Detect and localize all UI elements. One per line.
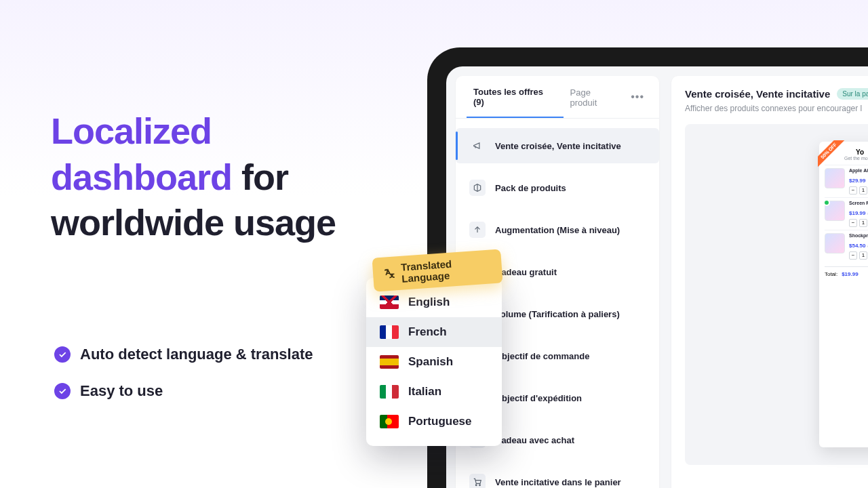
quantity-stepper[interactable]: −1+ xyxy=(849,186,868,195)
detail-panel: Vente croisée, Vente incitative Sur la p… xyxy=(671,76,868,488)
hero-title: Localized dashboard for worldwide usage xyxy=(51,108,349,246)
lang-option-french[interactable]: French xyxy=(366,317,502,347)
product-thumb xyxy=(825,168,845,188)
tab-all-offers[interactable]: Toutes les offres (9) xyxy=(467,76,564,118)
offer-item-cart-upsell[interactable]: Vente incitative dans le panier xyxy=(456,464,659,488)
product-name: Apple Ai xyxy=(849,168,868,173)
offer-item-bundle[interactable]: Pack de produits xyxy=(456,170,659,205)
bullet-text: Easy to use xyxy=(80,382,163,400)
flag-uk-icon xyxy=(380,296,399,309)
flag-es-icon xyxy=(380,355,399,369)
product-price: $54.50 xyxy=(849,243,865,249)
lang-option-italian[interactable]: Italian xyxy=(366,377,502,407)
quantity-stepper[interactable]: −1+ xyxy=(849,219,868,227)
offer-label: Vente incitative dans le panier xyxy=(495,477,621,487)
quantity-stepper[interactable]: −1+ xyxy=(849,251,868,260)
hero-copy: Localized dashboard for worldwide usage xyxy=(51,108,349,246)
offers-tabs: Toutes les offres (9) Page produit ••• xyxy=(456,76,659,119)
product-name: Shockpro xyxy=(849,233,868,238)
lang-option-spanish[interactable]: Spanish xyxy=(366,347,502,377)
selected-dot-icon xyxy=(823,199,830,206)
lang-option-english[interactable]: English xyxy=(366,287,502,317)
detail-subtitle: Afficher des produits connexes pour enco… xyxy=(685,104,868,113)
cart-icon xyxy=(469,474,486,488)
flag-fr-icon xyxy=(380,325,399,339)
bullet-row: Auto detect language & translate xyxy=(54,346,313,363)
detail-title: Vente croisée, Vente incitative xyxy=(685,88,830,100)
hero-title-accent: Localized dashboard xyxy=(51,110,232,197)
lang-label: French xyxy=(408,325,447,339)
check-icon xyxy=(54,383,71,399)
lang-option-portuguese[interactable]: Portuguese xyxy=(366,407,502,436)
lang-label: Portuguese xyxy=(408,415,472,428)
offer-label: Vente croisée, Vente incitative xyxy=(495,141,621,151)
flag-pt-icon xyxy=(380,415,399,428)
lang-label: Spanish xyxy=(408,355,453,369)
tag-label: Translated Language xyxy=(401,255,493,284)
lang-label: English xyxy=(408,296,450,309)
offer-label: Volume (Tarification à paliers) xyxy=(495,309,620,319)
offer-label: Cadeau avec achat xyxy=(495,435,574,445)
bullet-row: Easy to use xyxy=(54,382,313,400)
placement-badge: Sur la page p xyxy=(837,88,868,100)
offer-label: Cadeau gratuit xyxy=(495,267,557,277)
offer-label: Pack de produits xyxy=(495,183,566,193)
offer-label: Objectif d'expédition xyxy=(495,393,582,403)
upsell-widget: 50% OFF Yo Get the most o Apple Ai $29.9… xyxy=(819,142,868,447)
product-price: $19.99 xyxy=(849,210,865,216)
offer-item-upgrade[interactable]: Augmentation (Mise à niveau) xyxy=(456,212,659,247)
translated-language-tag: Translated Language xyxy=(372,249,502,291)
product-row[interactable]: Screen P $19.99$ −1+ xyxy=(825,197,868,230)
detail-header: Vente croisée, Vente incitative Sur la p… xyxy=(685,88,868,100)
check-icon xyxy=(54,346,71,363)
bullet-text: Auto detect language & translate xyxy=(80,346,313,363)
arrow-up-icon xyxy=(469,222,486,238)
language-popup: Translated Language English French Spani… xyxy=(366,278,502,446)
tab-product-page[interactable]: Page produit xyxy=(564,77,627,117)
offer-preview: 50% OFF Yo Get the most o Apple Ai $29.9… xyxy=(685,124,868,465)
svg-point-7 xyxy=(479,485,481,486)
lang-label: Italian xyxy=(408,385,441,399)
package-icon xyxy=(469,180,486,196)
tabs-more-icon[interactable]: ••• xyxy=(627,91,648,103)
flag-it-icon xyxy=(380,385,399,399)
offer-item-cross-sell[interactable]: Vente croisée, Vente incitative xyxy=(456,128,659,163)
widget-total: Total:$19.99 xyxy=(825,266,868,277)
product-thumb xyxy=(825,233,845,253)
product-price: $29.99 xyxy=(849,178,865,184)
product-thumb xyxy=(825,201,845,221)
offer-label: Objectif de commande xyxy=(495,351,589,361)
product-name: Screen P xyxy=(849,201,868,205)
megaphone-icon xyxy=(469,138,486,154)
offer-label: Augmentation (Mise à niveau) xyxy=(495,225,620,235)
svg-point-6 xyxy=(475,485,477,486)
dashboard-screen: Toutes les offres (9) Page produit ••• V… xyxy=(446,66,868,488)
product-row[interactable]: Shockpro $54.50$ −1+ xyxy=(825,230,868,262)
feature-bullets: Auto detect language & translate Easy to… xyxy=(54,346,313,419)
translate-icon xyxy=(382,266,396,281)
discount-ribbon: 50% OFF xyxy=(818,140,848,170)
